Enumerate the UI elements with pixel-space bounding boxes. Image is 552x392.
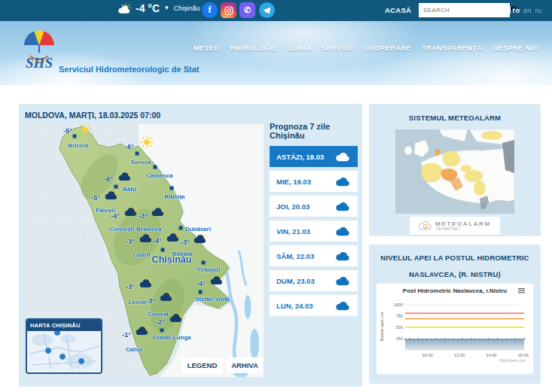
station-temperature: -4° <box>111 212 120 220</box>
sun-cloud-icon <box>151 206 166 217</box>
lang-ro[interactable]: ro <box>512 6 520 14</box>
forecast-day-label: ASTĂZI, 18.03 <box>276 153 324 161</box>
sun-cloud-icon <box>193 233 209 244</box>
moldova-map: HARTA CHIȘINĂU LEGEND ARHIVA -5°Briceni-… <box>24 124 264 377</box>
forecast-list: ASTĂZI, 18.03MIE, 19.03JOI, 20.03VIN, 21… <box>270 146 358 316</box>
language-switcher: ro en ru <box>512 6 541 14</box>
nav-transparenta[interactable]: TRANSPARENȚA <box>422 44 482 52</box>
svg-text:500: 500 <box>396 325 403 330</box>
site-name[interactable]: Serviciul Hidrometeorologic de Stat <box>59 65 199 74</box>
svg-text:1000: 1000 <box>394 302 403 307</box>
nav-clima[interactable]: CLIMA <box>288 44 311 52</box>
sun-cloud-icon <box>139 278 154 288</box>
legend-button[interactable]: LEGEND <box>181 357 223 373</box>
nav-hidrologie[interactable]: HIDROLOGIE <box>230 44 277 52</box>
city-marker <box>199 290 203 294</box>
city-marker <box>179 226 183 230</box>
meteoalarm-cloud-bell-icon <box>419 220 432 231</box>
main-nav: METEO HIDROLOGIE CLIMA SERVICII COOPERAR… <box>194 44 538 52</box>
city-label: Chișinău <box>152 254 192 265</box>
city-marker <box>73 135 77 138</box>
city-label: Soroca <box>130 159 151 166</box>
city-label: Ceadîr-Lunga <box>152 334 191 341</box>
station-temperature: -5° <box>91 194 100 202</box>
station-temperature: -6° <box>125 143 134 150</box>
chevron-down-icon[interactable]: ▾ <box>165 4 169 11</box>
sun-cloud-icon <box>169 312 185 323</box>
station-temperature: -6° <box>104 175 113 183</box>
forecast-day-row[interactable]: JOI, 20.03 <box>270 196 358 217</box>
home-link[interactable]: ACASĂ <box>385 6 411 14</box>
chart-menu-icon[interactable] <box>518 290 525 291</box>
forecast-day-row[interactable]: MIE, 19.03 <box>270 171 358 192</box>
city-label: Camenca <box>146 172 173 179</box>
sun-cloud-icon <box>159 291 175 302</box>
cloud-icon <box>335 276 351 286</box>
meteoalarm-logo-text: METEOALARM <box>435 220 490 227</box>
city-label: Cahul <box>126 346 142 353</box>
city-marker <box>202 261 206 265</box>
meteoalarm-title: SISTEMUL METEOALARM <box>369 114 541 122</box>
map-title: MOLDOVA, MARȚI, 18.03.2025 07:00 <box>25 111 160 120</box>
city-marker <box>170 187 174 190</box>
city-marker <box>136 152 139 156</box>
chisinau-minimap[interactable]: HARTA CHIȘINĂU <box>26 318 102 374</box>
svg-text:SHS: SHS <box>26 55 53 71</box>
svg-text:Post Hidrometric Naslavcea, r.: Post Hidrometric Naslavcea, r.Nistru <box>403 287 507 294</box>
cloud-icon <box>335 177 351 187</box>
facebook-icon[interactable]: f <box>202 2 218 18</box>
nav-servicii[interactable]: SERVICII <box>322 44 353 52</box>
chart-menu-icon[interactable] <box>518 292 525 293</box>
station-temperature: -3° <box>146 297 155 305</box>
forecast-day-row[interactable]: LUN, 24.03 <box>270 295 358 316</box>
instagram-icon[interactable] <box>221 2 236 18</box>
telegram-icon[interactable] <box>259 2 275 18</box>
nav-despre-noi[interactable]: DESPRE NOI <box>493 44 538 52</box>
forecast-day-label: JOI, 20.03 <box>276 202 310 211</box>
forecast-day-row[interactable]: ASTĂZI, 18.03 <box>270 146 358 167</box>
viber-icon[interactable]: ✆ <box>239 2 255 18</box>
sun-icon <box>79 124 92 136</box>
svg-text:750: 750 <box>396 314 403 318</box>
forecast-day-row[interactable]: VIN, 21.03 <box>270 220 358 242</box>
suncloud-icon <box>117 3 133 14</box>
city-label: Rîbnița <box>164 193 185 200</box>
forecast-widget: Prognoza 7 zile Chișinău ASTĂZI, 18.03MI… <box>270 122 358 320</box>
cloud-icon <box>335 226 351 236</box>
station-temperature: -3° <box>181 239 190 246</box>
search-input[interactable] <box>419 7 511 14</box>
current-city: Chișinău <box>174 5 200 12</box>
site-header: SHS Serviciul Hidrometeorologic de Stat … <box>0 21 552 85</box>
forecast-day-row[interactable]: DUM, 23.03 <box>270 270 358 291</box>
forecast-day-label: MIE, 19.03 <box>276 178 311 186</box>
current-weather-widget[interactable]: -4 °C ▾ Chișinău <box>117 2 200 14</box>
svg-text:10:00: 10:00 <box>422 353 433 357</box>
svg-text:Nivelul apei, cm: Nivelul apei, cm <box>380 311 384 341</box>
europe-warning-map[interactable] <box>395 129 514 214</box>
forecast-title: Prognoza 7 zile Chișinău <box>270 122 358 140</box>
minimap-image <box>27 331 101 372</box>
svg-text:16:00: 16:00 <box>518 353 529 357</box>
city-marker <box>161 248 165 252</box>
shs-logo[interactable]: SHS <box>20 26 59 75</box>
city-label: Bravicea <box>136 226 161 232</box>
city-label: Dubăsari <box>185 226 211 232</box>
cloud-icon <box>335 152 351 162</box>
nav-cooperare[interactable]: COOPERARE <box>364 44 411 52</box>
nav-meteo[interactable]: METEO <box>194 44 220 52</box>
archive-button[interactable]: ARHIVA <box>227 357 263 373</box>
forecast-day-row[interactable]: SÂM, 22.03 <box>270 245 358 266</box>
water-level-title-line2: NASLAVCEA, (R. NISTRU) <box>369 270 541 278</box>
weather-map-panel: MOLDOVA, MARȚI, 18.03.2025 07:00 <box>19 104 362 387</box>
chart-menu-icon[interactable] <box>518 288 525 289</box>
top-bar: -4 °C ▾ Chișinău f ✆ ACASĂ ro en ru <box>0 0 552 21</box>
water-level-title-line1: NIVELUL APEI LA POSTUL HIDROMETRIC <box>369 254 541 262</box>
sun-cloud-icon <box>139 232 154 243</box>
station-temperature: -5° <box>63 127 72 135</box>
lang-en[interactable]: en <box>523 6 532 14</box>
forecast-day-label: VIN, 21.03 <box>276 227 310 236</box>
station-temperature: -4° <box>197 280 206 287</box>
city-label: Tiraspol <box>197 266 221 273</box>
meteoalarm-logo: METEOALARM ©EUMETNET <box>410 217 500 235</box>
lang-ru[interactable]: ru <box>535 6 541 14</box>
